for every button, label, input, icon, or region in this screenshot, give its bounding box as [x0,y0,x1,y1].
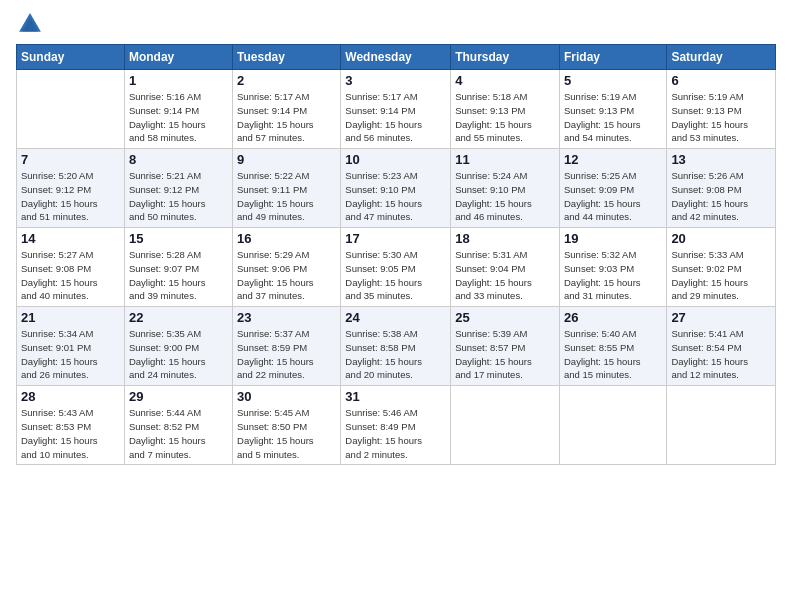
day-number: 8 [129,152,228,167]
day-info: Sunrise: 5:16 AMSunset: 9:14 PMDaylight:… [129,90,228,145]
day-info: Sunrise: 5:18 AMSunset: 9:13 PMDaylight:… [455,90,555,145]
logo [16,10,48,38]
day-info: Sunrise: 5:17 AMSunset: 9:14 PMDaylight:… [237,90,336,145]
calendar-header-row: SundayMondayTuesdayWednesdayThursdayFrid… [17,45,776,70]
col-header-saturday: Saturday [667,45,776,70]
calendar-cell [451,386,560,465]
calendar-cell: 6Sunrise: 5:19 AMSunset: 9:13 PMDaylight… [667,70,776,149]
day-number: 7 [21,152,120,167]
calendar-cell: 7Sunrise: 5:20 AMSunset: 9:12 PMDaylight… [17,149,125,228]
calendar-cell: 4Sunrise: 5:18 AMSunset: 9:13 PMDaylight… [451,70,560,149]
calendar-cell: 1Sunrise: 5:16 AMSunset: 9:14 PMDaylight… [124,70,232,149]
calendar-cell: 12Sunrise: 5:25 AMSunset: 9:09 PMDayligh… [559,149,666,228]
calendar-cell: 17Sunrise: 5:30 AMSunset: 9:05 PMDayligh… [341,228,451,307]
day-info: Sunrise: 5:21 AMSunset: 9:12 PMDaylight:… [129,169,228,224]
day-number: 24 [345,310,446,325]
calendar-cell: 29Sunrise: 5:44 AMSunset: 8:52 PMDayligh… [124,386,232,465]
week-row-2: 7Sunrise: 5:20 AMSunset: 9:12 PMDaylight… [17,149,776,228]
day-number: 18 [455,231,555,246]
calendar-cell: 24Sunrise: 5:38 AMSunset: 8:58 PMDayligh… [341,307,451,386]
day-info: Sunrise: 5:31 AMSunset: 9:04 PMDaylight:… [455,248,555,303]
calendar-cell: 31Sunrise: 5:46 AMSunset: 8:49 PMDayligh… [341,386,451,465]
calendar-cell: 8Sunrise: 5:21 AMSunset: 9:12 PMDaylight… [124,149,232,228]
calendar-cell: 18Sunrise: 5:31 AMSunset: 9:04 PMDayligh… [451,228,560,307]
col-header-tuesday: Tuesday [233,45,341,70]
day-info: Sunrise: 5:19 AMSunset: 9:13 PMDaylight:… [671,90,771,145]
day-info: Sunrise: 5:37 AMSunset: 8:59 PMDaylight:… [237,327,336,382]
calendar-cell: 13Sunrise: 5:26 AMSunset: 9:08 PMDayligh… [667,149,776,228]
day-info: Sunrise: 5:33 AMSunset: 9:02 PMDaylight:… [671,248,771,303]
calendar-cell [559,386,666,465]
day-number: 17 [345,231,446,246]
col-header-friday: Friday [559,45,666,70]
day-number: 4 [455,73,555,88]
day-info: Sunrise: 5:45 AMSunset: 8:50 PMDaylight:… [237,406,336,461]
page: SundayMondayTuesdayWednesdayThursdayFrid… [0,0,792,612]
calendar-cell: 2Sunrise: 5:17 AMSunset: 9:14 PMDaylight… [233,70,341,149]
col-header-sunday: Sunday [17,45,125,70]
calendar-cell: 15Sunrise: 5:28 AMSunset: 9:07 PMDayligh… [124,228,232,307]
day-number: 16 [237,231,336,246]
day-number: 10 [345,152,446,167]
header [16,10,776,38]
day-info: Sunrise: 5:35 AMSunset: 9:00 PMDaylight:… [129,327,228,382]
day-number: 2 [237,73,336,88]
week-row-1: 1Sunrise: 5:16 AMSunset: 9:14 PMDaylight… [17,70,776,149]
day-number: 14 [21,231,120,246]
day-number: 22 [129,310,228,325]
day-number: 27 [671,310,771,325]
day-number: 5 [564,73,662,88]
day-number: 25 [455,310,555,325]
col-header-thursday: Thursday [451,45,560,70]
day-number: 21 [21,310,120,325]
day-number: 29 [129,389,228,404]
calendar-cell: 5Sunrise: 5:19 AMSunset: 9:13 PMDaylight… [559,70,666,149]
calendar-cell: 30Sunrise: 5:45 AMSunset: 8:50 PMDayligh… [233,386,341,465]
day-number: 20 [671,231,771,246]
day-info: Sunrise: 5:29 AMSunset: 9:06 PMDaylight:… [237,248,336,303]
day-number: 23 [237,310,336,325]
day-number: 12 [564,152,662,167]
day-info: Sunrise: 5:28 AMSunset: 9:07 PMDaylight:… [129,248,228,303]
day-info: Sunrise: 5:26 AMSunset: 9:08 PMDaylight:… [671,169,771,224]
week-row-3: 14Sunrise: 5:27 AMSunset: 9:08 PMDayligh… [17,228,776,307]
day-info: Sunrise: 5:22 AMSunset: 9:11 PMDaylight:… [237,169,336,224]
calendar-cell: 3Sunrise: 5:17 AMSunset: 9:14 PMDaylight… [341,70,451,149]
day-info: Sunrise: 5:19 AMSunset: 9:13 PMDaylight:… [564,90,662,145]
calendar-cell: 28Sunrise: 5:43 AMSunset: 8:53 PMDayligh… [17,386,125,465]
day-number: 30 [237,389,336,404]
calendar-cell: 9Sunrise: 5:22 AMSunset: 9:11 PMDaylight… [233,149,341,228]
day-number: 9 [237,152,336,167]
day-info: Sunrise: 5:23 AMSunset: 9:10 PMDaylight:… [345,169,446,224]
day-info: Sunrise: 5:24 AMSunset: 9:10 PMDaylight:… [455,169,555,224]
calendar-cell: 20Sunrise: 5:33 AMSunset: 9:02 PMDayligh… [667,228,776,307]
day-number: 19 [564,231,662,246]
day-number: 1 [129,73,228,88]
col-header-monday: Monday [124,45,232,70]
day-info: Sunrise: 5:38 AMSunset: 8:58 PMDaylight:… [345,327,446,382]
day-number: 26 [564,310,662,325]
calendar-cell: 16Sunrise: 5:29 AMSunset: 9:06 PMDayligh… [233,228,341,307]
day-info: Sunrise: 5:27 AMSunset: 9:08 PMDaylight:… [21,248,120,303]
calendar-cell: 26Sunrise: 5:40 AMSunset: 8:55 PMDayligh… [559,307,666,386]
day-info: Sunrise: 5:40 AMSunset: 8:55 PMDaylight:… [564,327,662,382]
calendar-cell: 11Sunrise: 5:24 AMSunset: 9:10 PMDayligh… [451,149,560,228]
day-number: 6 [671,73,771,88]
day-info: Sunrise: 5:17 AMSunset: 9:14 PMDaylight:… [345,90,446,145]
day-info: Sunrise: 5:46 AMSunset: 8:49 PMDaylight:… [345,406,446,461]
day-info: Sunrise: 5:34 AMSunset: 9:01 PMDaylight:… [21,327,120,382]
day-info: Sunrise: 5:25 AMSunset: 9:09 PMDaylight:… [564,169,662,224]
calendar-cell: 23Sunrise: 5:37 AMSunset: 8:59 PMDayligh… [233,307,341,386]
calendar-cell: 22Sunrise: 5:35 AMSunset: 9:00 PMDayligh… [124,307,232,386]
day-info: Sunrise: 5:30 AMSunset: 9:05 PMDaylight:… [345,248,446,303]
day-info: Sunrise: 5:41 AMSunset: 8:54 PMDaylight:… [671,327,771,382]
day-number: 28 [21,389,120,404]
day-info: Sunrise: 5:20 AMSunset: 9:12 PMDaylight:… [21,169,120,224]
calendar-cell: 14Sunrise: 5:27 AMSunset: 9:08 PMDayligh… [17,228,125,307]
day-info: Sunrise: 5:39 AMSunset: 8:57 PMDaylight:… [455,327,555,382]
logo-icon [16,10,44,38]
calendar-cell [667,386,776,465]
day-info: Sunrise: 5:32 AMSunset: 9:03 PMDaylight:… [564,248,662,303]
calendar-cell [17,70,125,149]
day-number: 13 [671,152,771,167]
